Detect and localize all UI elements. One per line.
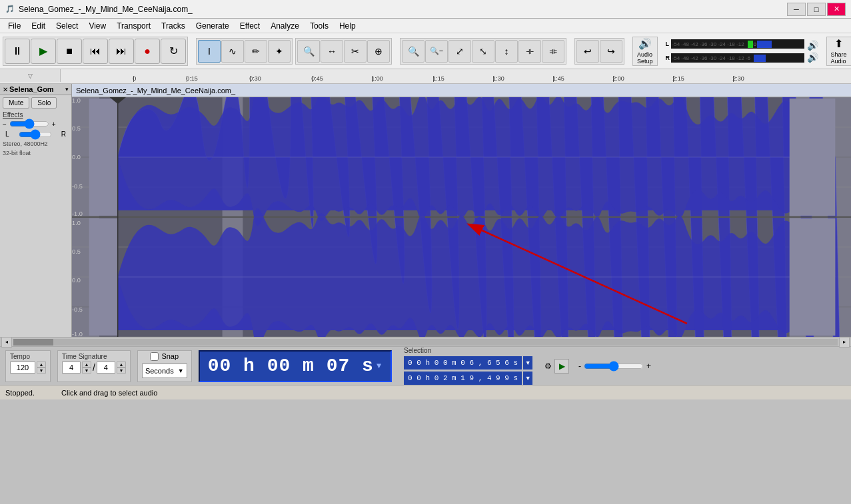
waveform-area[interactable]: Selena_Gomez_-_My_Mind_Me_CeeNaija.com_ — [72, 84, 851, 337]
scroll-left-button[interactable]: ◂ — [1, 337, 12, 348]
menu-select[interactable]: Select — [51, 20, 83, 32]
menu-bar: File Edit Select View Transport Tracks G… — [0, 19, 851, 33]
expand-button[interactable]: ⟚ — [542, 40, 564, 63]
track-name: Selena_Gom — [9, 85, 65, 93]
zoom-out-button[interactable]: 🔍− — [425, 40, 448, 63]
track-info-stereo: Stereo, 48000Hz — [0, 139, 71, 148]
vu-clip-l — [757, 41, 772, 48]
menu-file[interactable]: File — [3, 20, 26, 32]
fit-selection-button[interactable]: ⤡ — [472, 40, 494, 63]
zoom-in-button[interactable]: 🔍 — [402, 40, 425, 63]
trim-tool-button[interactable]: ✂ — [344, 40, 367, 63]
solo-button[interactable]: Solo — [31, 97, 57, 109]
fit-project-button[interactable]: ⤢ — [448, 40, 471, 63]
zoom-tool-button[interactable]: 🔍 — [297, 40, 320, 63]
scroll-track[interactable] — [13, 339, 838, 346]
menu-view[interactable]: View — [83, 20, 111, 32]
mute-button[interactable]: Mute — [3, 97, 29, 109]
rate-minus-icon: - — [578, 362, 581, 371]
collapse-button[interactable]: ⟛ — [518, 40, 541, 63]
pan-r-label: R — [61, 130, 66, 138]
seconds-label: Seconds — [145, 367, 174, 375]
stop-button[interactable]: ■ — [57, 39, 82, 64]
tempo-group: Tempo 120 ▲ ▼ — [5, 350, 51, 382]
snap-checkbox[interactable] — [150, 352, 159, 361]
minimize-button[interactable]: ─ — [787, 3, 806, 16]
menu-tools[interactable]: Tools — [305, 20, 334, 32]
horizontal-scrollbar[interactable]: ◂ ▸ — [0, 337, 851, 346]
time-sig-denom-down[interactable]: ▼ — [117, 368, 126, 374]
svg-text:-0.5: -0.5 — [72, 306, 83, 313]
speaker-l-icon: 🔊 — [807, 40, 818, 51]
track-collapse-button[interactable]: ▾ — [65, 86, 69, 93]
selection-start-dropdown[interactable]: ▼ — [523, 356, 532, 370]
rate-plus-icon: + — [646, 362, 651, 371]
zoom-group: 🔍 🔍− ⤢ ⤡ ↕ ⟛ ⟚ — [400, 38, 566, 65]
rewind-button[interactable]: ⏮ — [83, 39, 108, 64]
ruler-mark-30: 0:30 — [249, 75, 261, 82]
waveform-canvas[interactable]: 1.0 0.5 0.0 -0.5 -1.0 1.0 0.5 0.0 -0.5 -… — [72, 97, 851, 337]
tempo-up-button[interactable]: ▲ — [37, 362, 46, 368]
scroll-thumb[interactable] — [13, 339, 53, 346]
menu-transport[interactable]: Transport — [111, 20, 156, 32]
time-sig-num-spinners: ▲ ▼ — [82, 362, 91, 374]
scroll-right-button[interactable]: ▸ — [839, 337, 850, 348]
ruler-mark-0: 0 — [133, 75, 136, 82]
menu-generate[interactable]: Generate — [191, 20, 235, 32]
forward-button[interactable]: ⏭ — [109, 39, 134, 64]
svg-rect-27 — [790, 99, 836, 216]
menu-effect[interactable]: Effect — [235, 20, 265, 32]
svg-text:0.0: 0.0 — [72, 277, 81, 284]
time-sig-denom-control: 4 ▲ ▼ — [97, 362, 126, 374]
track-close-button[interactable]: ✕ — [3, 86, 8, 93]
undo-button[interactable]: ↩ — [576, 40, 599, 63]
svg-rect-24 — [89, 99, 118, 216]
time-signature-group: Time Signature 4 ▲ ▼ / 4 ▲ ▼ — [57, 350, 131, 382]
draw-tool-button[interactable]: ✏ — [245, 40, 267, 63]
close-button[interactable]: ✕ — [827, 3, 846, 16]
pan-row: L R — [0, 129, 71, 139]
selection-group: Selection 0 0 h 0 0 m 0 6 , 6 5 6 s ▼ 0 … — [404, 347, 532, 385]
seconds-dropdown[interactable]: Seconds ▼ — [142, 364, 187, 378]
menu-help[interactable]: Help — [334, 20, 361, 32]
snap-group: Snap Seconds ▼ — [137, 350, 192, 382]
play-button[interactable]: ▶ — [31, 39, 56, 64]
select-tool-button[interactable]: I — [198, 40, 221, 63]
playback-rate-group: - + — [578, 362, 651, 371]
playback-rate-slider[interactable] — [584, 362, 644, 371]
menu-tracks[interactable]: Tracks — [156, 20, 191, 32]
audio-setup-button[interactable]: 🔊 Audio Setup — [632, 37, 658, 66]
record-button[interactable]: ● — [135, 39, 160, 64]
share-audio-button[interactable]: ⬆ Share Audio — [826, 37, 851, 66]
envelope-tool-button[interactable]: ∿ — [221, 40, 244, 63]
time-dropdown-arrow[interactable]: ▼ — [377, 362, 383, 371]
pan-slider[interactable] — [19, 131, 52, 138]
gain-slider[interactable] — [9, 120, 49, 128]
pause-button[interactable]: ⏸ — [5, 39, 30, 64]
playback-play-button[interactable]: ▶ — [554, 359, 569, 374]
time-sig-denom-spinners: ▲ ▼ — [117, 362, 126, 374]
loop-button[interactable]: ↻ — [161, 39, 186, 64]
timeshift-tool-button[interactable]: ↔ — [321, 40, 343, 63]
menu-analyze[interactable]: Analyze — [265, 20, 305, 32]
zoom-toggle-button[interactable]: ↕ — [495, 40, 518, 63]
multi-tool-button[interactable]: ✦ — [268, 40, 291, 63]
time-sig-num-up[interactable]: ▲ — [82, 362, 91, 368]
ruler-mark-230: 2:30 — [732, 75, 744, 82]
redo-button[interactable]: ↪ — [600, 40, 622, 63]
ruler-spacer: ▽ — [0, 69, 61, 82]
settings-icon[interactable]: ⚙ — [544, 362, 552, 371]
vu-meter-l-row: L -54 -48 -42 -36 -30 -24 -18 -12 0 — [666, 37, 804, 51]
effects-button[interactable]: Effects — [3, 111, 23, 119]
maximize-button[interactable]: □ — [807, 3, 826, 16]
gain-row: − + — [0, 119, 71, 129]
selection-end-dropdown[interactable]: ▼ — [523, 372, 532, 385]
track-panel: ✕ Selena_Gom ▾ Mute Solo Effects − + L R… — [0, 84, 72, 337]
edit-tools-group: I ∿ ✏ ✦ — [196, 38, 293, 65]
pin-tool-button[interactable]: ⊕ — [367, 40, 390, 63]
time-sig-denom-up[interactable]: ▲ — [117, 362, 126, 368]
menu-edit[interactable]: Edit — [26, 20, 51, 32]
svg-rect-31 — [790, 218, 836, 336]
time-sig-num-down[interactable]: ▼ — [82, 368, 91, 374]
tempo-down-button[interactable]: ▼ — [37, 368, 46, 374]
